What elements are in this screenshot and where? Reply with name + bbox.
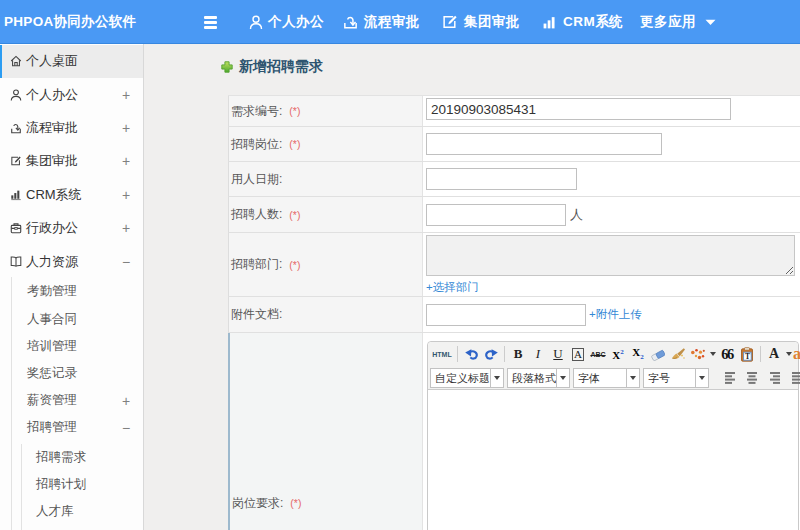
svg-text:T: T xyxy=(745,352,750,361)
